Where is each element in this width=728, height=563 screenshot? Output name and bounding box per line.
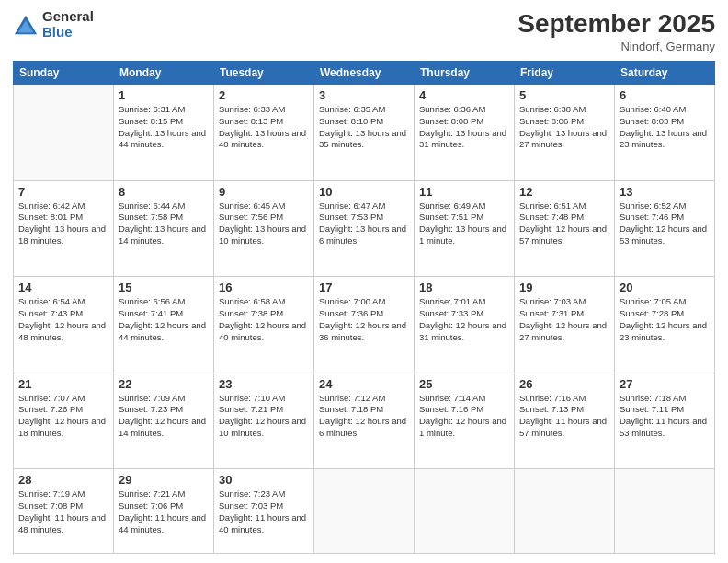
day-info: Sunrise: 7:16 AM Sunset: 7:13 PM Dayligh… [519,393,609,440]
day-number: 24 [319,377,409,391]
day-number: 10 [319,185,409,199]
calendar-table: SundayMondayTuesdayWednesdayThursdayFrid… [13,61,715,554]
calendar-cell [314,469,415,554]
calendar-cell [415,469,515,554]
day-info: Sunrise: 6:33 AM Sunset: 8:13 PM Dayligh… [219,104,309,151]
day-number: 27 [620,377,710,391]
day-number: 14 [18,281,108,294]
day-info: Sunrise: 7:01 AM Sunset: 7:33 PM Dayligh… [419,296,509,343]
calendar-cell [615,469,715,554]
day-info: Sunrise: 6:40 AM Sunset: 8:03 PM Dayligh… [620,104,710,151]
calendar-cell: 14Sunrise: 6:54 AM Sunset: 7:43 PM Dayli… [14,277,114,373]
day-number: 28 [18,473,108,487]
day-number: 4 [419,88,509,102]
col-header-tuesday: Tuesday [214,62,314,85]
day-info: Sunrise: 7:21 AM Sunset: 7:06 PM Dayligh… [119,488,209,535]
day-info: Sunrise: 7:10 AM Sunset: 7:21 PM Dayligh… [219,393,309,440]
day-info: Sunrise: 7:19 AM Sunset: 7:08 PM Dayligh… [18,488,108,535]
day-info: Sunrise: 7:18 AM Sunset: 7:11 PM Dayligh… [620,393,710,440]
month-title: September 2025 [518,9,715,39]
day-info: Sunrise: 7:09 AM Sunset: 7:23 PM Dayligh… [119,393,209,440]
day-number: 23 [219,377,309,391]
day-number: 18 [419,281,509,294]
calendar-cell: 16Sunrise: 6:58 AM Sunset: 7:38 PM Dayli… [214,277,314,373]
calendar-week-row: 21Sunrise: 7:07 AM Sunset: 7:26 PM Dayli… [14,373,715,469]
col-header-sunday: Sunday [14,62,114,85]
day-info: Sunrise: 7:14 AM Sunset: 7:16 PM Dayligh… [419,393,509,440]
calendar-cell: 21Sunrise: 7:07 AM Sunset: 7:26 PM Dayli… [14,373,114,469]
day-number: 21 [18,377,108,391]
day-info: Sunrise: 6:31 AM Sunset: 8:15 PM Dayligh… [119,104,209,151]
day-number: 9 [219,185,309,199]
day-number: 26 [519,377,609,391]
day-number: 3 [319,88,409,102]
calendar-cell: 8Sunrise: 6:44 AM Sunset: 7:58 PM Daylig… [114,180,214,277]
header: General Blue September 2025 Nindorf, Ger… [13,9,715,53]
calendar-cell: 13Sunrise: 6:52 AM Sunset: 7:46 PM Dayli… [615,180,715,277]
day-number: 6 [620,88,710,102]
logo-text: General Blue [42,9,94,40]
col-header-thursday: Thursday [415,62,515,85]
title-block: September 2025 Nindorf, Germany [518,9,715,53]
day-info: Sunrise: 6:45 AM Sunset: 7:56 PM Dayligh… [219,201,309,247]
logo-blue-text: Blue [42,25,94,40]
day-info: Sunrise: 6:44 AM Sunset: 7:58 PM Dayligh… [119,201,209,247]
calendar-cell: 20Sunrise: 7:05 AM Sunset: 7:28 PM Dayli… [615,277,715,373]
calendar-cell: 27Sunrise: 7:18 AM Sunset: 7:11 PM Dayli… [615,373,715,469]
day-number: 12 [519,185,609,199]
calendar-cell: 15Sunrise: 6:56 AM Sunset: 7:41 PM Dayli… [114,277,214,373]
logo-general-text: General [42,9,94,25]
col-header-saturday: Saturday [615,62,715,85]
day-number: 11 [419,185,509,199]
day-number: 15 [119,281,209,294]
calendar-cell: 22Sunrise: 7:09 AM Sunset: 7:23 PM Dayli… [114,373,214,469]
calendar-cell: 7Sunrise: 6:42 AM Sunset: 8:01 PM Daylig… [14,180,114,277]
logo-icon [13,12,39,38]
day-info: Sunrise: 6:35 AM Sunset: 8:10 PM Dayligh… [319,104,409,151]
col-header-wednesday: Wednesday [314,62,415,85]
day-info: Sunrise: 7:00 AM Sunset: 7:36 PM Dayligh… [319,296,409,343]
day-info: Sunrise: 6:38 AM Sunset: 8:06 PM Dayligh… [519,104,609,151]
day-info: Sunrise: 6:52 AM Sunset: 7:46 PM Dayligh… [620,201,710,247]
day-info: Sunrise: 6:56 AM Sunset: 7:41 PM Dayligh… [119,296,209,343]
day-info: Sunrise: 6:47 AM Sunset: 7:53 PM Dayligh… [319,201,409,247]
calendar-cell: 12Sunrise: 6:51 AM Sunset: 7:48 PM Dayli… [515,180,615,277]
day-info: Sunrise: 6:51 AM Sunset: 7:48 PM Dayligh… [519,201,609,247]
day-number: 5 [519,88,609,102]
day-info: Sunrise: 6:58 AM Sunset: 7:38 PM Dayligh… [219,296,309,343]
calendar-cell: 28Sunrise: 7:19 AM Sunset: 7:08 PM Dayli… [14,469,114,554]
day-number: 25 [419,377,509,391]
calendar-cell: 4Sunrise: 6:36 AM Sunset: 8:08 PM Daylig… [415,85,515,181]
calendar-week-row: 14Sunrise: 6:54 AM Sunset: 7:43 PM Dayli… [14,277,715,373]
calendar-cell: 25Sunrise: 7:14 AM Sunset: 7:16 PM Dayli… [415,373,515,469]
calendar-cell: 1Sunrise: 6:31 AM Sunset: 8:15 PM Daylig… [114,85,214,181]
col-header-monday: Monday [114,62,214,85]
day-number: 16 [219,281,309,294]
calendar-cell [515,469,615,554]
calendar-cell: 3Sunrise: 6:35 AM Sunset: 8:10 PM Daylig… [314,85,415,181]
calendar-cell: 11Sunrise: 6:49 AM Sunset: 7:51 PM Dayli… [415,180,515,277]
col-header-friday: Friday [515,62,615,85]
day-info: Sunrise: 6:54 AM Sunset: 7:43 PM Dayligh… [18,296,108,343]
day-info: Sunrise: 7:03 AM Sunset: 7:31 PM Dayligh… [519,296,609,343]
calendar-cell: 26Sunrise: 7:16 AM Sunset: 7:13 PM Dayli… [515,373,615,469]
day-number: 30 [219,473,309,487]
calendar-header-row: SundayMondayTuesdayWednesdayThursdayFrid… [14,62,715,85]
day-number: 19 [519,281,609,294]
calendar-cell: 10Sunrise: 6:47 AM Sunset: 7:53 PM Dayli… [314,180,415,277]
page: General Blue September 2025 Nindorf, Ger… [0,0,728,563]
day-number: 1 [119,88,209,102]
logo: General Blue [13,9,94,40]
calendar-cell: 24Sunrise: 7:12 AM Sunset: 7:18 PM Dayli… [314,373,415,469]
calendar-cell: 2Sunrise: 6:33 AM Sunset: 8:13 PM Daylig… [214,85,314,181]
calendar-cell: 17Sunrise: 7:00 AM Sunset: 7:36 PM Dayli… [314,277,415,373]
calendar-week-row: 28Sunrise: 7:19 AM Sunset: 7:08 PM Dayli… [14,469,715,554]
day-number: 22 [119,377,209,391]
day-info: Sunrise: 7:07 AM Sunset: 7:26 PM Dayligh… [18,393,108,440]
day-number: 8 [119,185,209,199]
day-info: Sunrise: 7:23 AM Sunset: 7:03 PM Dayligh… [219,488,309,535]
calendar-cell: 18Sunrise: 7:01 AM Sunset: 7:33 PM Dayli… [415,277,515,373]
calendar-week-row: 7Sunrise: 6:42 AM Sunset: 8:01 PM Daylig… [14,180,715,277]
day-number: 13 [620,185,710,199]
calendar-cell: 6Sunrise: 6:40 AM Sunset: 8:03 PM Daylig… [615,85,715,181]
